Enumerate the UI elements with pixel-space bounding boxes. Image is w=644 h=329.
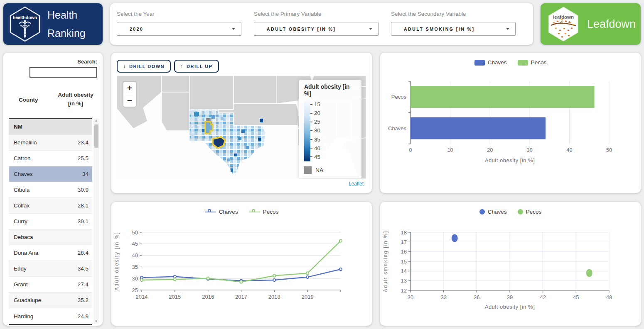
table-row-colfax[interactable]: Colfax28.1 xyxy=(9,198,92,214)
hex-label: leafdown xyxy=(553,15,574,19)
table-row-bernalillo[interactable]: Bernalillo23.4 xyxy=(9,135,92,151)
legend-item-pecos[interactable]: Pecos xyxy=(249,209,279,215)
search-label: Search: xyxy=(9,58,97,65)
x-axis-title: Adult obesity [in %] xyxy=(485,157,535,163)
y-tick-label: 15 xyxy=(401,258,407,265)
search-input[interactable] xyxy=(29,67,97,78)
year-select[interactable]: 2020 xyxy=(117,22,241,36)
secondary-variable-select[interactable]: ADULT SMOKING [IN %] xyxy=(391,22,516,36)
legend-marker xyxy=(518,209,523,214)
state-shape xyxy=(234,76,276,104)
legend-item-pecos[interactable]: Pecos xyxy=(518,59,547,66)
column-header-adult-obesity[interactable]: Adult obesity [in %] xyxy=(57,91,94,108)
leafdown-title: Leafdown xyxy=(587,18,636,31)
value-cell: 35.2 xyxy=(66,297,92,303)
x-tick-label: 2018 xyxy=(268,294,280,300)
zoom-out-button[interactable]: − xyxy=(123,94,136,107)
x-tick-label: 2015 xyxy=(169,294,181,300)
table-scrollbar[interactable]: ▲ ▼ xyxy=(93,118,99,324)
legend-marker xyxy=(479,209,485,214)
category-label: Pecos xyxy=(391,94,407,100)
column-header-county[interactable]: County xyxy=(9,97,57,103)
table-row-dona-ana[interactable]: Dona Ana28.4 xyxy=(9,245,92,261)
primary-variable-select[interactable]: ADULT OBESITY [IN %] xyxy=(254,22,379,36)
table-row-chaves[interactable]: Chaves34 xyxy=(9,166,92,182)
legend-item-chaves[interactable]: Chaves xyxy=(474,59,507,66)
bar-pecos[interactable] xyxy=(410,86,595,108)
legend-ticks: 15202530354045 xyxy=(310,100,320,161)
secondary-variable-control: Select the Secondary Variable ADULT SMOK… xyxy=(391,11,516,45)
x-tick-label: 33 xyxy=(440,294,446,300)
scatter-point-chaves[interactable] xyxy=(452,234,458,242)
line-chart[interactable]: 253035404550201420152016201720182019Adul… xyxy=(111,202,372,326)
table-row-guadalupe[interactable]: Guadalupe35.2 xyxy=(9,292,92,308)
legend-na-swatch xyxy=(304,166,312,174)
county-cell: Colfax xyxy=(9,202,66,209)
scroll-up-icon[interactable]: ▲ xyxy=(93,118,99,123)
x-tick-label: 2019 xyxy=(302,294,314,300)
map-legend-title: Adult obesity [in %] xyxy=(304,83,356,97)
scatter-chart-legend: ChavesPecos xyxy=(380,209,641,215)
county-cell: Bernalillo xyxy=(9,139,66,146)
primary-variable-control: Select the Primary Variable ADULT OBESIT… xyxy=(254,11,379,45)
year-control: Select the Year 2020 xyxy=(117,11,241,45)
leaflet-attribution-link[interactable]: Leaflet xyxy=(349,181,364,187)
bar-chaves[interactable] xyxy=(410,117,546,139)
legend-tick: 15 xyxy=(310,101,320,107)
y-tick-label: 25 xyxy=(132,287,138,293)
table-row-nm[interactable]: NM xyxy=(9,119,92,135)
legend-tick: 30 xyxy=(310,127,320,134)
state-shape xyxy=(162,76,189,92)
county-cell: Catron xyxy=(9,155,66,161)
county-table-panel: Search: County Adult obesity [in %] NMBe… xyxy=(3,53,103,326)
scatter-chart[interactable]: 3033363942454812131415161718Adult obesit… xyxy=(380,202,641,326)
x-tick-label: 2014 xyxy=(136,294,148,300)
county-cell: Chaves xyxy=(9,171,66,177)
zoom-in-button[interactable]: + xyxy=(123,82,136,94)
legend-tick: 35 xyxy=(310,136,320,143)
year-select-value: 2020 xyxy=(130,27,143,32)
scroll-down-icon[interactable]: ▼ xyxy=(93,319,99,324)
y-tick-label: 45 xyxy=(132,241,138,247)
health-ranking-logo-card: healthdown Health Ranking xyxy=(3,3,103,45)
table-row-debaca[interactable]: Debaca xyxy=(9,229,92,245)
chevron-down-icon xyxy=(506,28,509,30)
county-cell: Curry xyxy=(9,218,66,224)
scatter-point-pecos[interactable] xyxy=(586,269,592,277)
y-tick-label: 30 xyxy=(132,275,138,282)
value-cell: 30.1 xyxy=(66,218,92,224)
legend-item-chaves[interactable]: Chaves xyxy=(479,209,507,215)
y-tick-label: 17 xyxy=(401,239,407,245)
value-cell: 34 xyxy=(66,171,92,177)
chevron-down-icon xyxy=(369,28,372,30)
legend-na-label: NA xyxy=(315,167,323,173)
drill-down-button[interactable]: ↓ DRILL DOWN xyxy=(117,60,171,73)
x-tick-label: 30 xyxy=(527,147,533,153)
legend-item-pecos[interactable]: Pecos xyxy=(518,209,542,215)
x-tick-label: 39 xyxy=(507,294,513,300)
table-row-eddy[interactable]: Eddy34.5 xyxy=(9,261,92,277)
controls-panel: Select the Year 2020 Select the Primary … xyxy=(110,3,533,45)
scrollbar-thumb[interactable] xyxy=(94,124,98,148)
legend-tick: 20 xyxy=(310,110,320,116)
table-row-cibola[interactable]: Cibola30.9 xyxy=(9,182,92,198)
pecos-county-highlight[interactable] xyxy=(213,137,225,148)
line-chart-panel: ChavesPecos 2530354045502014201520162017… xyxy=(111,202,372,326)
app-title: Health Ranking xyxy=(47,6,86,43)
bar-chart[interactable]: 01020304050ChavesPecosAdult obesity [in … xyxy=(380,53,641,193)
table-row-harding[interactable]: Harding24.9 xyxy=(9,308,92,324)
table-row-curry[interactable]: Curry30.1 xyxy=(9,214,92,229)
legend-tick: 45 xyxy=(310,154,320,160)
y-axis-title: Adult smoking [in %] xyxy=(383,231,388,292)
value-cell: 30.9 xyxy=(66,187,92,193)
drill-up-button[interactable]: ↑ DRILL UP xyxy=(174,60,219,73)
arrow-up-icon: ↑ xyxy=(180,63,184,69)
x-tick-label: 42 xyxy=(540,294,546,300)
table-row-grant[interactable]: Grant27.4 xyxy=(9,277,92,292)
legend-item-chaves[interactable]: Chaves xyxy=(205,209,238,215)
leaflet-map[interactable]: + − Adult obesity [in %] 15202530354045 … xyxy=(117,76,366,179)
legend-marker xyxy=(205,209,216,214)
year-label: Select the Year xyxy=(117,11,241,17)
table-row-catron[interactable]: Catron25.5 xyxy=(9,151,92,166)
secondary-variable-value: ADULT SMOKING [IN %] xyxy=(404,27,475,32)
